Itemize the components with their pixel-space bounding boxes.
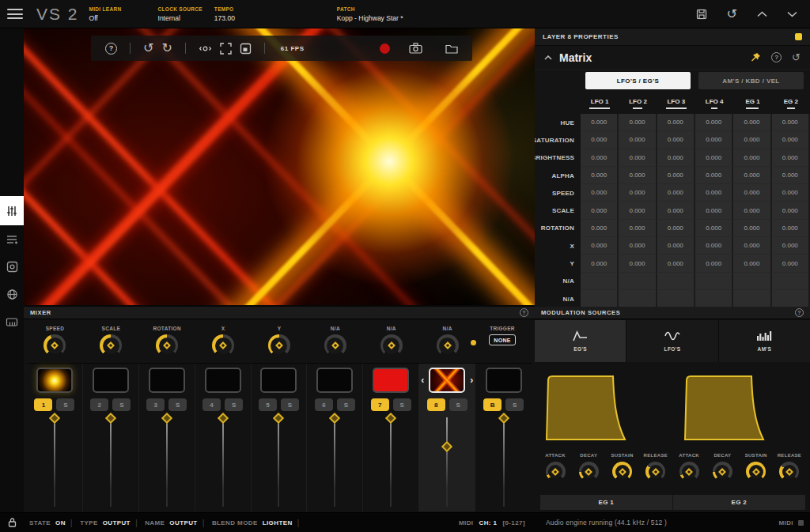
matrix-cell[interactable]: 0.000 bbox=[657, 255, 695, 272]
matrix-cell[interactable]: 0.000 bbox=[657, 202, 695, 219]
matrix-cell[interactable]: 0.000 bbox=[772, 220, 810, 237]
matrix-cell[interactable]: 0.000 bbox=[619, 149, 657, 167]
matrix-cell[interactable]: 0.000 bbox=[695, 167, 733, 184]
mixer-knob[interactable] bbox=[437, 334, 459, 357]
channel-number-button[interactable]: 8 bbox=[427, 398, 445, 411]
matrix-cell[interactable] bbox=[733, 290, 771, 307]
channel-thumbnail[interactable] bbox=[205, 368, 241, 393]
channel-fader[interactable] bbox=[419, 413, 475, 511]
undo-icon[interactable]: ↺ bbox=[143, 43, 153, 54]
channel-thumbnail[interactable] bbox=[36, 368, 73, 393]
channel-thumbnail[interactable] bbox=[373, 368, 409, 393]
matrix-cell[interactable]: 0.000 bbox=[657, 131, 695, 149]
matrix-cell[interactable]: 0.000 bbox=[619, 131, 657, 149]
channel-thumbnail[interactable] bbox=[260, 368, 297, 393]
matrix-cell[interactable]: 0.000 bbox=[695, 149, 733, 167]
fader-handle[interactable] bbox=[273, 413, 284, 424]
matrix-cell[interactable]: 0.000 bbox=[733, 114, 771, 131]
matrix-cell[interactable]: 0.000 bbox=[695, 255, 733, 272]
channel-fader[interactable] bbox=[475, 413, 532, 511]
channel-fader[interactable] bbox=[307, 413, 362, 511]
channel-solo-button[interactable]: S bbox=[225, 398, 243, 411]
matrix-cell[interactable]: 0.000 bbox=[657, 149, 695, 167]
sidebar-item-layers[interactable] bbox=[0, 225, 24, 253]
folder-icon[interactable] bbox=[445, 43, 458, 54]
matrix-cell[interactable] bbox=[733, 273, 771, 290]
menu-icon[interactable] bbox=[7, 9, 23, 19]
tab-lfos[interactable]: LFO'S bbox=[626, 320, 717, 362]
render-viewport[interactable]: ? ↺ ↻ 61 FPS bbox=[24, 28, 535, 305]
matrix-cell[interactable]: 0.000 bbox=[619, 255, 657, 272]
attack-knob[interactable] bbox=[546, 462, 566, 481]
redo-icon[interactable]: ↻ bbox=[161, 43, 172, 54]
decay-knob[interactable] bbox=[713, 462, 732, 481]
channel-solo-button[interactable]: S bbox=[168, 398, 187, 411]
undo-icon[interactable]: ↺ bbox=[727, 9, 737, 20]
channel-thumbnail[interactable] bbox=[429, 368, 465, 393]
channel-fader[interactable] bbox=[83, 413, 138, 511]
channel-number-button[interactable]: 1 bbox=[34, 398, 52, 411]
matrix-cell[interactable]: 0.000 bbox=[657, 114, 695, 131]
channel-number-button[interactable]: 6 bbox=[315, 398, 333, 411]
channel-thumbnail[interactable] bbox=[93, 368, 129, 393]
matrix-cell[interactable]: 0.000 bbox=[733, 184, 771, 202]
matrix-cell[interactable]: 0.000 bbox=[619, 220, 657, 237]
channel-fader[interactable] bbox=[139, 413, 195, 511]
mixer-knob[interactable] bbox=[212, 334, 234, 357]
fader-handle[interactable] bbox=[105, 413, 116, 424]
matrix-cell[interactable]: 0.000 bbox=[581, 202, 619, 219]
mixer-knob[interactable] bbox=[44, 334, 66, 357]
matrix-cell[interactable]: 0.000 bbox=[581, 167, 619, 184]
eg2-label[interactable]: EG 2 bbox=[673, 495, 806, 510]
matrix-cell[interactable] bbox=[695, 273, 733, 290]
matrix-cell[interactable] bbox=[619, 273, 657, 290]
matrix-cell[interactable]: 0.000 bbox=[733, 131, 771, 149]
channel-fader[interactable] bbox=[252, 413, 307, 511]
collapse-chevron-icon[interactable] bbox=[544, 55, 552, 60]
channel-thumbnail[interactable] bbox=[316, 368, 353, 393]
matrix-cell[interactable] bbox=[657, 273, 695, 290]
matrix-cell[interactable]: 0.000 bbox=[581, 114, 619, 131]
matrix-cell[interactable] bbox=[581, 290, 619, 307]
next-layer-arrow[interactable]: › bbox=[470, 375, 473, 386]
matrix-cell[interactable]: 0.000 bbox=[695, 131, 733, 149]
help-icon[interactable]: ? bbox=[520, 308, 528, 317]
topbar-field[interactable]: CLOCK SOURCE Internal bbox=[158, 6, 202, 22]
channel-number-button[interactable]: 5 bbox=[259, 398, 277, 411]
matrix-cell[interactable]: 0.000 bbox=[772, 131, 810, 149]
matrix-cell[interactable]: 0.000 bbox=[619, 167, 657, 184]
lock-icon[interactable] bbox=[7, 517, 17, 528]
matrix-cell[interactable]: 0.000 bbox=[772, 184, 810, 202]
matrix-cell[interactable]: 0.000 bbox=[733, 237, 771, 255]
channel-number-button[interactable]: B bbox=[483, 398, 502, 411]
window-icon[interactable] bbox=[240, 43, 252, 55]
fader-handle[interactable] bbox=[441, 441, 452, 452]
matrix-cell[interactable] bbox=[772, 290, 810, 307]
matrix-cell[interactable] bbox=[619, 290, 657, 307]
matrix-cell[interactable]: 0.000 bbox=[695, 220, 733, 237]
channel-solo-button[interactable]: S bbox=[281, 398, 299, 411]
matrix-cell[interactable]: 0.000 bbox=[619, 202, 657, 219]
release-knob[interactable] bbox=[645, 462, 665, 481]
help-icon[interactable]: ? bbox=[795, 308, 804, 317]
mixer-knob[interactable] bbox=[324, 334, 346, 357]
trigger-mode-button[interactable]: NONE bbox=[489, 334, 516, 345]
channel-thumbnail[interactable] bbox=[486, 368, 522, 393]
matrix-cell[interactable]: 0.000 bbox=[772, 149, 810, 167]
matrix-cell[interactable]: 0.000 bbox=[733, 255, 771, 272]
release-knob[interactable] bbox=[779, 462, 799, 481]
channel-number-button[interactable]: 4 bbox=[202, 398, 221, 411]
mixer-knob[interactable] bbox=[156, 334, 178, 357]
channel-solo-button[interactable]: S bbox=[112, 398, 131, 411]
fader-handle[interactable] bbox=[498, 413, 509, 424]
channel-solo-button[interactable]: S bbox=[56, 398, 74, 411]
matrix-cell[interactable]: 0.000 bbox=[772, 167, 810, 184]
sustain-knob[interactable] bbox=[612, 462, 632, 481]
sustain-knob[interactable] bbox=[746, 462, 766, 481]
matrix-cell[interactable]: 0.000 bbox=[733, 202, 771, 219]
reset-icon[interactable]: ↺ bbox=[792, 53, 801, 62]
matrix-cell[interactable]: 0.000 bbox=[733, 167, 771, 184]
matrix-cell[interactable]: 0.000 bbox=[772, 114, 810, 131]
fader-handle[interactable] bbox=[161, 413, 172, 424]
matrix-cell[interactable]: 0.000 bbox=[657, 237, 695, 255]
